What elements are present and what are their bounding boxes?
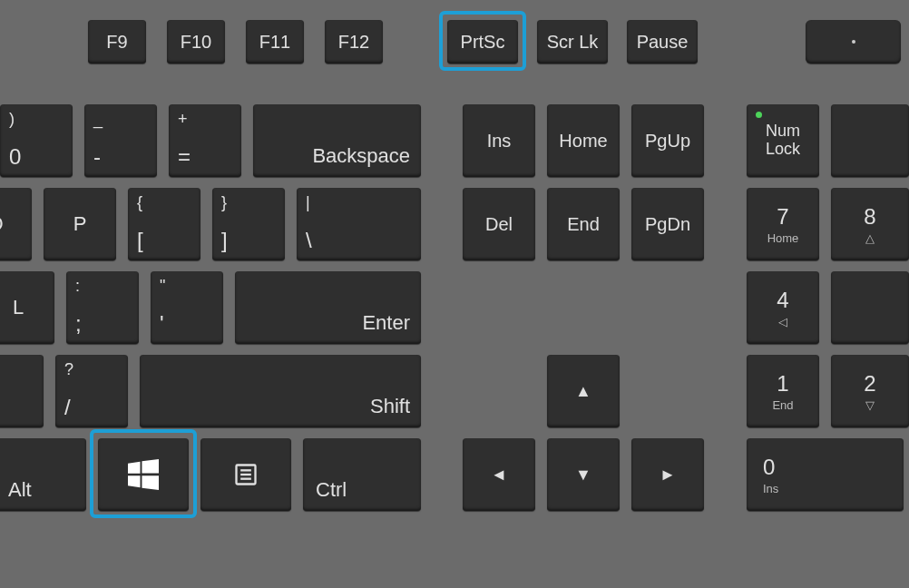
key-0[interactable]: )0 [0,104,73,177]
led-indicator-icon [756,112,762,118]
key-end[interactable]: End [547,188,620,260]
key-label: 8 [864,204,875,230]
key-f9[interactable]: F9 [88,20,146,64]
key-label: Alt [8,478,32,502]
key-ins[interactable]: Ins [463,104,535,177]
key-label: PgUp [645,131,690,152]
key-upper: : [75,277,80,296]
key-slash[interactable]: ?/ [55,355,128,427]
menu-icon [233,462,259,487]
key-lower: ' [160,311,164,337]
key-numpad-divide[interactable] [831,104,909,177]
key-label: 7 [777,204,788,230]
key-label: Home [559,131,607,152]
key-l[interactable]: L [0,271,54,344]
key-lower: = [178,144,191,170]
key-numpad-4[interactable]: 4◁ [747,271,819,344]
key-home[interactable]: Home [547,104,620,177]
key-scrlk[interactable]: Scr Lk [537,20,608,64]
key-del[interactable]: Del [463,188,535,260]
key-o[interactable]: O [0,188,32,260]
key-label: Enter [362,311,410,335]
key-menu[interactable] [200,438,291,511]
key-label: Ctrl [316,478,347,502]
key-arrow-left[interactable]: ◄ [463,438,535,511]
key-label: O [0,212,4,236]
key-windows[interactable] [98,438,189,511]
key-f10[interactable]: F10 [167,20,225,64]
key-ctrl[interactable]: Ctrl [303,438,421,511]
key-sublabel: End [772,398,793,412]
key-quote[interactable]: "' [151,271,223,344]
key-numpad-0[interactable]: 0Ins [747,438,904,511]
key-label: L [13,296,24,319]
key-label: Scr Lk [547,32,599,53]
key-upper: ) [9,110,15,129]
key-numpad-8[interactable]: 8△ [831,188,909,260]
key-upper: " [160,277,165,296]
key-minus[interactable]: _- [84,104,157,177]
key-semicolon[interactable]: :; [66,271,139,344]
key-backslash[interactable]: |\ [297,188,421,260]
key-pgdn[interactable]: PgDn [631,188,704,260]
key-label: 0 [763,455,775,480]
key-sublabel: ▽ [865,398,875,412]
key-f11[interactable]: F11 [246,20,304,64]
key-lower: / [64,395,71,420]
key-label: F9 [106,32,127,53]
key-label: F11 [259,32,290,53]
key-lower: \ [306,228,312,253]
key-upper: _ [93,110,103,129]
key-lower: - [93,144,101,170]
key-label-line1: Num [766,122,800,141]
key-label: P [73,212,87,236]
key-label: 4 [777,288,788,313]
key-numpad-2[interactable]: 2▽ [831,355,909,427]
key-power[interactable] [806,20,901,64]
key-label: End [567,214,600,235]
key-arrow-down[interactable]: ▼ [547,438,620,511]
key-p[interactable]: P [44,188,116,260]
key-label: F12 [338,32,369,53]
key-upper: + [178,110,188,129]
key-upper: ? [64,360,73,379]
down-arrow-icon: ▼ [575,466,591,485]
key-label: F10 [181,32,211,53]
key-numpad-7[interactable]: 7Home [747,188,819,260]
windows-icon [128,459,159,490]
key-arrow-right[interactable]: ► [631,438,704,511]
key-label: Shift [370,395,410,418]
key-alt[interactable]: Alt [0,438,86,511]
key-enter[interactable]: Enter [235,271,421,344]
key-numlock[interactable]: Num Lock [747,104,819,177]
key-label: PrtSc [461,32,505,53]
key-sublabel: Ins [763,482,778,495]
key-label: Pause [637,32,689,53]
up-arrow-icon: ▲ [575,382,591,401]
key-lower: 0 [9,144,21,170]
key-shift[interactable]: Shift [140,355,421,427]
key-sublabel: △ [865,231,875,245]
key-sublabel: ◁ [778,315,787,328]
key-lbracket[interactable]: {[ [128,188,200,260]
key-prtsc[interactable]: PrtSc [447,20,518,64]
key-pgup[interactable]: PgUp [631,104,704,177]
key-label: PgDn [645,214,690,235]
key-sublabel: Home [767,231,799,245]
key-upper: } [221,193,227,212]
key-backspace[interactable]: Backspace [253,104,421,177]
key-label: Ins [487,131,512,152]
key-period[interactable]: >. [0,355,44,427]
key-equals[interactable]: += [169,104,241,177]
key-f12[interactable]: F12 [325,20,383,64]
key-numpad-5[interactable] [831,271,909,344]
key-label: 2 [864,371,875,397]
key-arrow-up[interactable]: ▲ [547,355,620,427]
key-rbracket[interactable]: }] [212,188,285,260]
key-label: Del [485,214,513,235]
key-pause[interactable]: Pause [627,20,698,64]
key-numpad-1[interactable]: 1End [747,355,819,427]
key-lower: ; [75,311,82,337]
key-upper: { [137,193,142,212]
right-arrow-icon: ► [660,466,676,485]
